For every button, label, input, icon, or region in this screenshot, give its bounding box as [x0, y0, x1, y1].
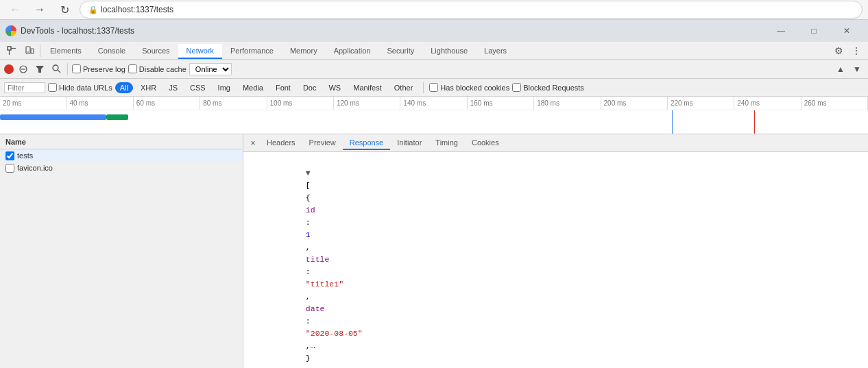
clear-button[interactable]: [16, 62, 30, 76]
close-button[interactable]: ✕: [831, 20, 863, 42]
toolbar-separator-2: [67, 63, 68, 75]
devtools-more-button[interactable]: ⋮: [847, 42, 865, 60]
devtools-settings-button[interactable]: ⚙: [830, 42, 847, 60]
disable-cache-label[interactable]: Disable cache: [128, 64, 186, 73]
browser-nav-bar: ← → ↻ 🔒 localhost:1337/tests: [0, 0, 868, 20]
tab-layers[interactable]: Layers: [476, 44, 515, 59]
address-bar[interactable]: 🔒 localhost:1337/tests: [80, 1, 863, 19]
tab-network[interactable]: Network: [178, 44, 222, 59]
filter-font-button[interactable]: Font: [271, 82, 296, 93]
import-har-button[interactable]: ▲: [834, 62, 847, 76]
file-checkbox-favicon[interactable]: [5, 164, 14, 173]
timeline-vline-blue: [672, 110, 673, 134]
hide-data-urls-label[interactable]: Hide data URLs: [48, 83, 112, 92]
file-checkbox-tests[interactable]: [5, 151, 14, 160]
has-blocked-cookies-checkbox[interactable]: [429, 83, 438, 92]
filter-img-button[interactable]: Img: [213, 82, 235, 93]
close-detail-button[interactable]: ×: [246, 136, 260, 150]
devtools-panel: Elements Console Sources Network Perform…: [0, 42, 868, 368]
tab-lighthouse[interactable]: Lighthouse: [422, 44, 476, 59]
svg-rect-5: [31, 49, 34, 53]
url-text: localhost:1337/tests: [101, 5, 173, 14]
detail-tab-preview[interactable]: Preview: [302, 136, 343, 150]
svg-point-9: [53, 65, 58, 71]
filter-media-button[interactable]: Media: [238, 82, 268, 93]
throttling-dropdown[interactable]: Online: [189, 63, 232, 75]
tab-performance[interactable]: Performance: [222, 44, 282, 59]
devtools-tabs-container: Elements Console Sources Network Perform…: [42, 42, 515, 59]
timeline-ruler: 20 ms 40 ms 60 ms 80 ms 100 ms 120 ms 14…: [0, 97, 868, 110]
forward-button[interactable]: →: [30, 0, 49, 19]
tab-application[interactable]: Application: [326, 44, 379, 59]
detail-tab-headers[interactable]: Headers: [260, 136, 302, 150]
tick-100ms: 100 ms: [267, 97, 334, 110]
has-blocked-cookies-label[interactable]: Has blocked cookies: [429, 83, 509, 92]
minimize-button[interactable]: —: [765, 20, 797, 42]
record-button[interactable]: [4, 64, 14, 74]
filter-input[interactable]: [4, 82, 45, 93]
tick-20ms: 20 ms: [0, 97, 67, 110]
detail-tab-timing[interactable]: Timing: [429, 136, 465, 150]
tick-180ms: 180 ms: [534, 97, 601, 110]
tick-220ms: 220 ms: [668, 97, 734, 110]
tick-40ms: 40 ms: [67, 97, 133, 110]
detail-tab-initiator[interactable]: Initiator: [390, 136, 429, 150]
file-list-header: Name: [0, 134, 243, 149]
device-toolbar-button[interactable]: [21, 42, 38, 60]
tick-140ms: 140 ms: [400, 97, 467, 110]
lock-icon: 🔒: [88, 5, 98, 14]
file-item-tests[interactable]: tests: [0, 149, 243, 162]
svg-line-10: [58, 70, 60, 73]
tick-120ms: 120 ms: [334, 97, 400, 110]
filter-separator: [423, 82, 424, 93]
detail-tab-response[interactable]: Response: [343, 136, 391, 150]
detail-tab-cookies[interactable]: Cookies: [465, 136, 506, 150]
filter-js-button[interactable]: JS: [164, 82, 182, 93]
export-har-button[interactable]: ▼: [850, 62, 864, 76]
hide-data-urls-checkbox[interactable]: [48, 83, 57, 92]
devtools-top-toolbar: Elements Console Sources Network Perform…: [0, 42, 868, 60]
filter-manifest-button[interactable]: Manifest: [348, 82, 387, 93]
json-summary: ▼ [ { id : 1 , title : "title1" , date :: [249, 155, 863, 368]
tick-80ms: 80 ms: [200, 97, 267, 110]
detail-tabs-bar: × Headers Preview Response Initiator Tim…: [243, 134, 868, 152]
reload-button[interactable]: ↻: [55, 0, 74, 19]
expand-root[interactable]: ▼: [306, 167, 314, 180]
tab-elements[interactable]: Elements: [42, 44, 90, 59]
svg-marker-8: [36, 66, 44, 73]
back-button[interactable]: ←: [5, 0, 25, 19]
tab-console[interactable]: Console: [90, 44, 134, 59]
file-item-favicon[interactable]: favicon.ico: [0, 162, 243, 174]
filter-other-button[interactable]: Other: [389, 82, 418, 93]
preserve-log-checkbox[interactable]: [72, 64, 81, 73]
maximize-button[interactable]: □: [798, 20, 830, 42]
toolbar-separator-1: [40, 45, 40, 57]
filter-css-button[interactable]: CSS: [185, 82, 210, 93]
filter-xhr-button[interactable]: XHR: [136, 82, 161, 93]
tick-200ms: 200 ms: [601, 97, 668, 110]
filter-button[interactable]: [33, 62, 47, 76]
tab-security[interactable]: Security: [378, 44, 422, 59]
svg-rect-0: [8, 47, 11, 50]
tab-sources[interactable]: Sources: [134, 44, 178, 59]
tab-memory[interactable]: Memory: [282, 44, 326, 59]
file-list: Name tests favicon.ico: [0, 134, 243, 368]
disable-cache-checkbox[interactable]: [128, 64, 137, 73]
tick-60ms: 60 ms: [134, 97, 200, 110]
preserve-log-label[interactable]: Preserve log: [72, 64, 125, 73]
blocked-requests-checkbox[interactable]: [512, 83, 521, 92]
network-toolbar: Preserve log Disable cache Online ▲ ▼: [0, 60, 868, 79]
window-controls: — □ ✕: [765, 20, 863, 42]
timeline-area: 20 ms 40 ms 60 ms 80 ms 100 ms 120 ms 14…: [0, 97, 868, 134]
search-button[interactable]: [49, 62, 63, 76]
filter-ws-button[interactable]: WS: [324, 82, 346, 93]
detail-panel: × Headers Preview Response Initiator Tim…: [243, 134, 868, 368]
filter-all-button[interactable]: All: [115, 82, 133, 93]
timeline-vline-red: [754, 110, 755, 134]
inspect-element-button[interactable]: [3, 42, 21, 60]
timeline-bars: [0, 110, 868, 134]
title-area: DevTools - localhost:1337/tests: [5, 25, 134, 36]
filter-doc-button[interactable]: Doc: [298, 82, 322, 93]
blocked-requests-label[interactable]: Blocked Requests: [512, 83, 584, 92]
timeline-bar-favicon: [106, 114, 128, 120]
